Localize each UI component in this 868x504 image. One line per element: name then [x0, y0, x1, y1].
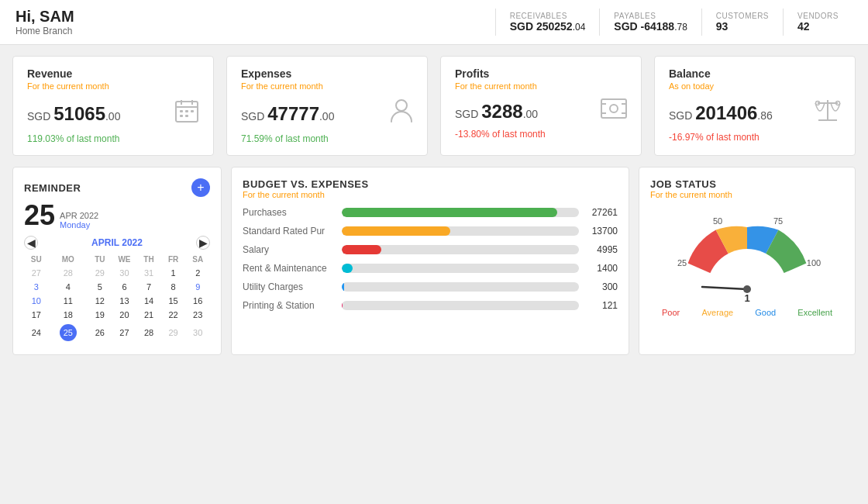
budget-item-label: Standard Rated Pur [243, 226, 336, 236]
cal-day[interactable]: 29 [161, 322, 186, 343]
budget-bar-fill [342, 282, 344, 292]
stat-payables: PAYABLES SGD -64188.78 [599, 9, 701, 36]
cal-day[interactable]: 3 [24, 280, 49, 294]
balance-percent: -16.97% of last month [669, 132, 841, 143]
top-bar: Hi, SAM Home Branch RECEIVABLES SGD 2502… [0, 0, 868, 45]
cal-day[interactable]: 24 [24, 322, 49, 343]
cal-day[interactable]: 22 [161, 308, 186, 322]
budget-bar-fill [342, 226, 450, 236]
cal-day[interactable]: 15 [161, 294, 186, 308]
budget-item-value: 27261 [585, 207, 618, 218]
expenses-percent: 71.59% of last month [241, 133, 413, 144]
cal-day[interactable]: 25 [49, 322, 88, 343]
vendors-label: VENDORS [797, 12, 839, 20]
svg-rect-6 [191, 110, 194, 112]
col-mo: MO [49, 253, 88, 266]
cal-day[interactable]: 7 [136, 280, 161, 294]
budget-item-label: Printing & Station [243, 300, 336, 311]
cal-day[interactable]: 30 [112, 266, 137, 280]
expenses-amount-text: SGD 47777.00 [241, 103, 334, 125]
budget-item-value: 13700 [585, 226, 618, 236]
stat-receivables: RECEIVABLES SGD 250252.04 [495, 9, 600, 36]
revenue-amount-text: SGD 51065.00 [27, 103, 120, 125]
cal-next-button[interactable]: ▶ [196, 236, 210, 250]
col-fr: FR [161, 253, 186, 266]
calendar-icon [174, 98, 199, 129]
cal-day[interactable]: 16 [185, 294, 210, 308]
cal-day[interactable]: 2 [185, 266, 210, 280]
budget-item: Printing & Station121 [243, 300, 618, 311]
balance-title: Balance [669, 67, 841, 80]
reminder-add-button[interactable]: + [191, 178, 210, 197]
balance-big: 201406 [695, 102, 757, 123]
cal-day[interactable]: 26 [88, 322, 112, 343]
budget-item: Utility Charges300 [243, 281, 618, 292]
cal-day[interactable]: 14 [136, 294, 161, 308]
person-icon [390, 98, 413, 129]
gauge-labels: Poor Average Good Excellent [662, 308, 832, 317]
cal-day[interactable]: 30 [185, 322, 210, 343]
cal-day[interactable]: 27 [112, 322, 137, 343]
col-sa: SA [185, 253, 210, 266]
reminder-date: 25 APR 2022 Monday [24, 202, 210, 230]
budget-item-value: 300 [585, 281, 618, 292]
profits-percent: -13.80% of last month [455, 129, 627, 140]
cal-day[interactable]: 12 [88, 294, 112, 308]
revenue-big: 51065 [53, 103, 105, 124]
svg-rect-8 [185, 115, 188, 117]
expenses-card: Expenses For the current month SGD 47777… [226, 56, 428, 156]
budget-panel: BUDGET VS. EXPENSES For the current mont… [231, 167, 629, 355]
cal-day[interactable]: 6 [112, 280, 137, 294]
cal-day[interactable]: 20 [112, 308, 137, 322]
profits-big: 3288 [481, 101, 522, 122]
cal-day[interactable]: 10 [24, 294, 49, 308]
budget-title: BUDGET VS. EXPENSES [243, 178, 618, 190]
budget-item-value: 121 [585, 300, 618, 311]
revenue-title: Revenue [27, 67, 199, 80]
cal-day[interactable]: 31 [136, 266, 161, 280]
cal-day[interactable]: 9 [185, 280, 210, 294]
cal-day[interactable]: 21 [136, 308, 161, 322]
budget-item-label: Utility Charges [243, 281, 336, 292]
svg-point-9 [396, 100, 407, 111]
cal-day[interactable]: 23 [185, 308, 210, 322]
receivables-value: SGD 250252.04 [510, 20, 586, 33]
cal-day[interactable]: 13 [112, 294, 137, 308]
cal-day[interactable]: 19 [88, 308, 112, 322]
budget-bar-wrap [342, 245, 579, 254]
cal-day[interactable]: 28 [49, 266, 88, 280]
cal-day[interactable]: 8 [161, 280, 186, 294]
svg-text:50: 50 [713, 216, 722, 226]
bottom-section: REMINDER + 25 APR 2022 Monday ◀ APRIL 20… [0, 167, 868, 366]
balance-card: Balance As on today SGD 201406.86 -16.97… [654, 56, 856, 156]
cal-day[interactable]: 18 [49, 308, 88, 322]
cal-day[interactable]: 4 [49, 280, 88, 294]
revenue-currency: SGD [27, 110, 53, 123]
revenue-decimal: .00 [105, 110, 120, 123]
revenue-sub: For the current month [27, 81, 199, 91]
cal-day[interactable]: 1 [161, 266, 186, 280]
cal-day[interactable]: 28 [136, 322, 161, 343]
cal-prev-button[interactable]: ◀ [24, 236, 38, 250]
expenses-big: 47777 [267, 103, 319, 124]
budget-bar-wrap [342, 208, 579, 217]
cal-day[interactable]: 5 [88, 280, 112, 294]
balance-amount: SGD 201406.86 [669, 98, 841, 127]
gauge-label-poor: Poor [662, 308, 680, 317]
svg-rect-4 [180, 110, 183, 112]
cal-day[interactable]: 29 [88, 266, 112, 280]
budget-bar-fill [342, 301, 343, 310]
customers-value: 93 [716, 20, 769, 33]
budget-item: Rent & Maintenance1400 [243, 263, 618, 274]
budget-bar-wrap [342, 264, 579, 273]
cal-day[interactable]: 27 [24, 266, 49, 280]
budget-item-label: Rent & Maintenance [243, 263, 336, 274]
job-status-panel: JOB STATUS For the current month 25 50 7… [639, 167, 856, 355]
svg-text:75: 75 [773, 216, 783, 226]
scale-icon [815, 98, 841, 127]
reminder-day: 25 [24, 202, 55, 230]
reminder-month-year: APR 2022 [60, 211, 98, 220]
balance-decimal: .86 [757, 109, 772, 122]
cal-day[interactable]: 11 [49, 294, 88, 308]
cal-day[interactable]: 17 [24, 308, 49, 322]
